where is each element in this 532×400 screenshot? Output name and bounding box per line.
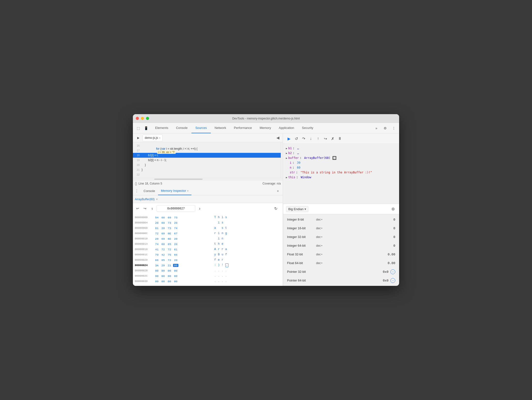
value-num-int32: 0	[393, 235, 395, 239]
bottom-tab-console[interactable]: Console	[141, 187, 158, 195]
close-button[interactable]	[136, 117, 139, 120]
tab-sources[interactable]: Sources	[191, 123, 211, 133]
value-type-float32[interactable]: dec ▾	[316, 253, 328, 256]
scope-colon-b1: :	[293, 147, 296, 150]
more-tabs-button[interactable]: »	[373, 125, 380, 132]
line-num-19: 19	[133, 159, 142, 162]
mi-refresh-btn[interactable]: ↻	[273, 206, 279, 211]
debug-step-over-btn[interactable]: ↷	[300, 135, 307, 142]
horizontal-scrollbar[interactable]	[133, 178, 283, 180]
value-type-int8[interactable]: dec ▾	[316, 218, 328, 221]
mi-back-btn[interactable]: ↩	[135, 206, 141, 211]
row-addr: 00000008	[135, 227, 154, 230]
tab-prev-btn[interactable]: ◀	[275, 135, 281, 141]
tab-memory[interactable]: Memory	[256, 123, 275, 133]
value-row-float64: Float 64-bit dec ▾ 0.00 ➘	[283, 259, 399, 267]
endian-select[interactable]: Big Endian ▾	[286, 206, 308, 212]
array-buffer-close[interactable]: ×	[156, 198, 158, 201]
scope-item-b2: ▶ b2 : …	[286, 151, 396, 156]
scope-val-n: 60	[297, 166, 300, 169]
bottom-panel-dots[interactable]: ⋮	[135, 189, 139, 193]
scope-arrow-b1[interactable]: ▶	[286, 147, 287, 150]
value-num-float32: 0.00	[388, 252, 395, 256]
code-text-20: }	[142, 163, 146, 167]
source-file-tab[interactable]: demo-js.js ×	[143, 134, 163, 141]
debug-resume-btn[interactable]: ▶	[286, 135, 292, 142]
minimize-button[interactable]	[141, 117, 144, 120]
settings-button[interactable]: ⚙	[382, 125, 388, 132]
mi-address-input[interactable]	[157, 205, 195, 212]
debug-step-out-btn[interactable]: ↑	[315, 135, 321, 142]
hex-row-18: 00000018 41 72 72 61 A r	[135, 247, 279, 252]
ptr32-link-btn[interactable]: →	[390, 269, 395, 274]
mi-forward-btn[interactable]: ↪	[142, 206, 148, 211]
debug-pause-btn[interactable]: ⏸	[337, 135, 343, 142]
source-nav-icon[interactable]: ▶	[135, 134, 142, 141]
right-column: ▶ ↺ ↷ ↓ ↑ ↪ ✗ ⏸ ▶ b1 : …	[283, 133, 399, 286]
memory-icon[interactable]: 🔲	[332, 156, 336, 160]
line-num-22: 22	[133, 173, 142, 176]
value-type-int32[interactable]: dec ▾	[316, 235, 328, 239]
scope-colon-buffer: :	[300, 156, 303, 160]
tab-application[interactable]: Application	[275, 123, 298, 133]
code-text-19: b2[i] = n - i - 1;	[142, 158, 167, 162]
tab-network[interactable]: Network	[211, 123, 230, 133]
value-type-int16[interactable]: dec ▾	[316, 227, 328, 230]
bottom-tab-close[interactable]: ×	[187, 189, 189, 192]
tab-performance[interactable]: Performance	[230, 123, 256, 133]
line-num-18: 18	[133, 154, 142, 157]
mi-next-btn[interactable]: ›	[197, 206, 203, 211]
status-text: Line 18, Column 5	[138, 182, 162, 185]
maximize-button[interactable]	[146, 117, 149, 120]
row-bytes: 00 00 00 00	[154, 280, 212, 283]
value-num-int8: 0	[393, 218, 395, 221]
tab-elements[interactable]: Elements	[151, 123, 172, 133]
scope-item-b1: ▶ b1 : …	[286, 146, 396, 151]
hex-row-24: 00000024 3A 29 21 00 : )	[135, 263, 279, 268]
value-row-ptr64: Pointer 64-bit 0x0 →	[283, 276, 399, 285]
tab-console[interactable]: Console	[172, 123, 191, 133]
row-ascii: T h i s	[214, 216, 238, 219]
more-options-button[interactable]: ⋮	[390, 125, 397, 132]
devtools-container: ▶ demo-js.js × ◀ 16	[133, 133, 399, 286]
tab-security[interactable]: Security	[298, 123, 317, 133]
mi-nav: ↩ ↪ ‹ › ↻	[135, 205, 279, 212]
scope-key-buffer: buffer	[288, 156, 299, 160]
main-area: ▶ demo-js.js × ◀ 16	[133, 133, 399, 286]
debug-restart-btn[interactable]: ↺	[293, 135, 299, 142]
bottom-panel-close-btn[interactable]: ×	[275, 188, 281, 194]
hex-row-14: 00000014 74 68 65 20 t h	[135, 241, 279, 247]
hex-row-20: 00000020 66 65 72 20 f e	[135, 257, 279, 263]
scope-arrow-b2[interactable]: ▶	[286, 152, 287, 155]
scope-arrow-buffer[interactable]: ▶	[286, 157, 287, 159]
value-type-float64[interactable]: dec ▾	[316, 261, 328, 265]
traffic-lights	[136, 117, 149, 120]
scope-colon-b2: :	[293, 151, 296, 155]
row-bytes: 79 42 75 66	[154, 253, 212, 256]
value-rows: Integer 8-bit dec ▾ 0 Integer 16-bit dec	[283, 214, 399, 286]
mi-prev-btn[interactable]: ‹	[149, 206, 155, 211]
status-bar-left: {} Line 18, Column 5	[135, 182, 162, 185]
debug-step-btn[interactable]: ↪	[322, 135, 328, 142]
bottom-tab-memory-inspector[interactable]: Memory Inspector ×	[158, 187, 191, 195]
debug-deactivate-btn[interactable]: ✗	[329, 135, 336, 142]
scope-val-buffer: ArrayBuffer(60)	[304, 156, 330, 160]
nav-tabs: Elements Console Sources Network Perform…	[151, 123, 317, 133]
value-inspector-settings-btn[interactable]: ⚙	[390, 206, 396, 212]
row-ascii: A r r a	[214, 248, 238, 251]
row-ascii: : ) ! .	[214, 263, 238, 267]
debug-step-into-btn[interactable]: ↓	[308, 135, 314, 142]
row-bytes: 41 72 72 61	[154, 248, 212, 251]
source-tab-close[interactable]: ×	[159, 136, 160, 139]
scope-item-i: i : 39	[286, 160, 396, 165]
device-icon[interactable]: 📱	[143, 125, 149, 132]
cursor-icon[interactable]: ⬚	[135, 125, 142, 132]
endian-toolbar: Big Endian ▾ ⚙	[283, 204, 399, 214]
scrollbar[interactable]	[281, 142, 283, 178]
source-tabs: ▶ demo-js.js × ◀	[133, 133, 283, 142]
scope-arrow-this[interactable]: ▶	[286, 176, 287, 179]
ptr64-link-btn[interactable]: →	[390, 278, 395, 283]
value-type-int64[interactable]: dec ▾	[316, 244, 328, 247]
value-row-int16: Integer 16-bit dec ▾ 0	[283, 224, 399, 233]
value-label-float64: Float 64-bit	[287, 261, 316, 265]
